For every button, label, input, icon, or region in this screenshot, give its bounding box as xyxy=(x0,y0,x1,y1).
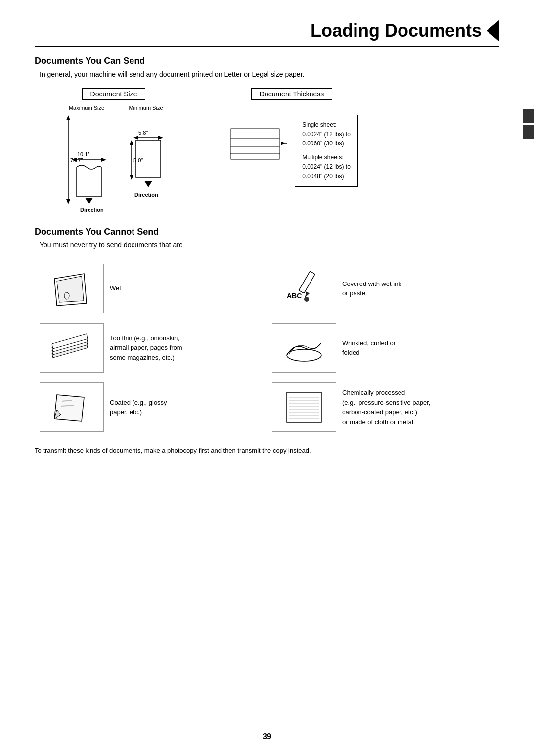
wet-label: Wet xyxy=(110,284,121,293)
list-item: ABC Covered with wet inkor paste xyxy=(267,259,499,318)
svg-marker-39 xyxy=(54,395,84,421)
min-size-label: Minimum Size xyxy=(129,105,163,111)
can-send-heading: Documents You Can Send xyxy=(35,56,499,66)
svg-rect-21 xyxy=(230,153,280,159)
chemical-label: Chemically processed(e.g., pressure-sens… xyxy=(342,388,430,426)
max-size-label: Maximum Size xyxy=(69,105,104,111)
page-header: Loading Documents xyxy=(35,20,499,47)
svg-marker-12 xyxy=(130,175,134,180)
svg-text:10.1": 10.1" xyxy=(77,151,89,157)
ink-svg: ABC xyxy=(279,269,329,308)
svg-marker-1 xyxy=(66,115,70,120)
list-item: Wet xyxy=(35,259,267,318)
svg-marker-19 xyxy=(144,181,152,187)
svg-text:ABC: ABC xyxy=(287,292,302,300)
max-size-diagram: Maximum Size 78.7" xyxy=(59,105,114,212)
multi-sheet-label: Multiple sheets: 0.0024" (12 lbs) to 0.0… xyxy=(302,153,351,182)
page-number: 39 xyxy=(263,732,271,741)
thin-image xyxy=(40,323,104,373)
page-title: Loading Documents xyxy=(311,20,482,41)
wrinkled-label: Wrinkled, curled orfolded xyxy=(342,338,396,358)
single-sheet-label: Single sheet: 0.0024" (12 lbs) to 0.0060… xyxy=(302,120,351,149)
can-send-intro: In general, your machine will send any d… xyxy=(40,70,499,78)
covered-label: Covered with wet inkor paste xyxy=(342,279,401,298)
svg-rect-24 xyxy=(230,129,280,138)
min-size-diagram: Minimum Size 5.0" 5.8" xyxy=(124,105,168,212)
coated-image xyxy=(40,382,104,432)
svg-marker-8 xyxy=(85,198,93,204)
svg-marker-16 xyxy=(158,136,163,140)
svg-text:5.0": 5.0" xyxy=(134,157,143,163)
svg-rect-22 xyxy=(230,146,280,154)
wet-svg xyxy=(47,269,96,308)
document-thickness-diagram: Document Thickness xyxy=(208,88,376,187)
thickness-info-box: Single sheet: 0.0024" (12 lbs) to 0.0060… xyxy=(295,115,358,187)
svg-marker-6 xyxy=(101,158,106,162)
svg-text:Direction: Direction xyxy=(80,207,104,212)
coated-label: Coated (e.g., glossypaper, etc.) xyxy=(110,398,167,417)
cannot-send-grid: Wet ABC Covered with wet inkor paste xyxy=(35,259,499,437)
header-arrow-icon xyxy=(487,20,499,42)
svg-marker-28 xyxy=(57,276,84,302)
sidebar-bar-2 xyxy=(523,125,534,139)
ink-image: ABC xyxy=(272,264,336,313)
svg-rect-43 xyxy=(287,392,321,422)
section-cannot-send: Documents You Cannot Send You must never… xyxy=(35,227,499,454)
svg-rect-30 xyxy=(299,271,315,293)
list-item: Wrinkled, curled orfolded xyxy=(267,318,499,378)
list-item: Too thin (e.g., onionskin,airmail paper,… xyxy=(35,318,267,378)
coated-svg xyxy=(47,387,96,427)
document-size-diagram: Document Size Maximum Size 78.7" xyxy=(35,88,193,212)
svg-text:5.8": 5.8" xyxy=(138,130,148,136)
min-size-svg: 5.0" 5.8" Direction xyxy=(124,113,168,212)
svg-text:Direction: Direction xyxy=(134,192,158,198)
svg-point-38 xyxy=(287,349,321,361)
list-item: Coated (e.g., glossypaper, etc.) xyxy=(35,378,267,437)
doc-size-label: Document Size xyxy=(82,88,146,100)
section-can-send: Documents You Can Send In general, your … xyxy=(35,56,499,212)
svg-marker-26 xyxy=(281,142,285,145)
thin-label: Too thin (e.g., onionskin,airmail paper,… xyxy=(110,333,182,363)
svg-marker-11 xyxy=(130,140,134,145)
page: Loading Documents Documents You Can Send… xyxy=(0,0,534,756)
thickness-svg xyxy=(225,114,290,183)
cannot-send-heading: Documents You Cannot Send xyxy=(35,227,499,237)
cannot-send-intro: You must never try to send documents tha… xyxy=(40,241,499,249)
sidebar-decoration xyxy=(523,109,534,139)
svg-marker-15 xyxy=(134,136,138,140)
list-item: Chemically processed(e.g., pressure-sens… xyxy=(267,378,499,437)
chemical-image xyxy=(272,382,336,432)
wet-image xyxy=(40,264,104,313)
wrinkled-image xyxy=(272,323,336,373)
svg-point-33 xyxy=(304,297,309,302)
doc-thickness-label: Document Thickness xyxy=(251,88,332,100)
footer-note: To transmit these kinds of documents, ma… xyxy=(35,447,499,454)
diagram-area: Document Size Maximum Size 78.7" xyxy=(35,88,499,212)
chemical-svg xyxy=(279,387,329,427)
size-diagrams: Maximum Size 78.7" xyxy=(59,105,168,212)
max-size-svg: 78.7" 10.1" Direction xyxy=(59,113,114,212)
thin-svg xyxy=(47,328,96,368)
svg-rect-23 xyxy=(230,138,280,146)
sidebar-bar-1 xyxy=(523,109,534,123)
svg-marker-2 xyxy=(66,199,70,204)
wrinkled-svg xyxy=(279,328,329,368)
